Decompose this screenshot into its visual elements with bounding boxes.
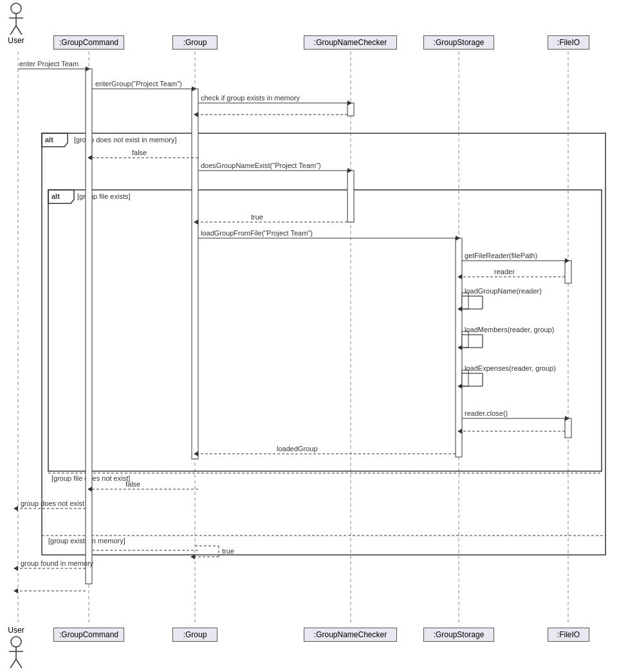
diagram-svg: alt [group does not exist in memory] [gr… xyxy=(0,0,628,672)
svg-text:enter Project Team: enter Project Team xyxy=(19,60,78,68)
svg-rect-24 xyxy=(192,89,198,459)
svg-marker-57 xyxy=(565,258,569,263)
svg-text:reader: reader xyxy=(494,268,515,275)
svg-marker-78 xyxy=(565,416,569,421)
svg-text:loadMembers(reader, group): loadMembers(reader, group) xyxy=(465,326,554,333)
svg-marker-51 xyxy=(194,219,198,225)
lifeline-box-fileio-bottom: :FileIO xyxy=(548,628,589,642)
svg-rect-25 xyxy=(347,103,354,116)
svg-text:[group exists in memory]: [group exists in memory] xyxy=(48,537,125,545)
svg-text:loadedGroup: loadedGroup xyxy=(277,445,318,453)
svg-line-3 xyxy=(10,26,16,35)
actor-user-bottom: User xyxy=(8,626,24,668)
svg-text:false: false xyxy=(132,149,147,156)
lifeline-box-groupcommand-top: :GroupCommand xyxy=(53,35,124,50)
actor-user-top: User xyxy=(8,3,24,45)
svg-text:[group does not exist in memor: [group does not exist in memory] xyxy=(74,136,177,144)
svg-marker-54 xyxy=(456,236,460,241)
stickman-bottom xyxy=(8,636,24,668)
svg-marker-60 xyxy=(457,274,462,279)
lifeline-box-groupnamechecker-bottom: :GroupNameChecker xyxy=(304,628,397,642)
svg-marker-34 xyxy=(86,66,90,71)
svg-marker-43 xyxy=(194,112,198,117)
svg-marker-37 xyxy=(192,86,196,91)
svg-line-107 xyxy=(16,659,22,668)
svg-rect-29 xyxy=(565,418,571,438)
actor-user-bottom-label: User xyxy=(8,626,24,635)
svg-marker-92 xyxy=(198,548,203,550)
svg-rect-17 xyxy=(48,190,602,471)
sequence-diagram: User :GroupCommand :Group :GroupNameChec… xyxy=(0,0,628,672)
svg-line-4 xyxy=(16,26,22,35)
lifeline-box-groupstorage-top: :GroupStorage xyxy=(423,35,494,50)
svg-marker-75 xyxy=(457,384,462,389)
svg-text:enterGroup("Project Team"): enterGroup("Project Team") xyxy=(95,80,182,88)
stickman-top xyxy=(8,3,24,35)
svg-rect-27 xyxy=(456,238,462,457)
actor-user-top-label: User xyxy=(8,36,24,45)
svg-marker-86 xyxy=(88,487,92,492)
lifeline-box-groupnamechecker-top: :GroupNameChecker xyxy=(304,35,397,50)
svg-text:true: true xyxy=(222,547,234,555)
lifeline-box-groupstorage-bottom: :GroupStorage xyxy=(423,628,494,642)
svg-text:loadGroupFromFile("Project Tea: loadGroupFromFile("Project Team") xyxy=(201,229,313,237)
svg-marker-99 xyxy=(14,566,18,571)
svg-text:[group file exists]: [group file exists] xyxy=(77,192,131,200)
svg-marker-12 xyxy=(42,133,68,147)
svg-text:check if group exists in memor: check if group exists in memory xyxy=(201,94,300,102)
svg-rect-23 xyxy=(86,69,92,584)
svg-marker-65 xyxy=(457,306,462,312)
svg-line-106 xyxy=(10,659,16,668)
svg-text:[group file does not exist]: [group file does not exist] xyxy=(51,474,130,482)
lifeline-box-group-top: :Group xyxy=(172,35,217,50)
svg-text:loadGroupName(reader): loadGroupName(reader) xyxy=(465,287,542,295)
lifeline-box-groupcommand-bottom: :GroupCommand xyxy=(53,628,124,642)
svg-point-0 xyxy=(11,3,21,14)
svg-text:group found in memory: group found in memory xyxy=(21,559,94,567)
svg-rect-28 xyxy=(565,261,571,283)
svg-text:alt: alt xyxy=(51,192,60,200)
svg-text:loadExpenses(reader, group): loadExpenses(reader, group) xyxy=(465,364,556,372)
svg-marker-102 xyxy=(14,588,18,593)
lifeline-box-fileio-top: :FileIO xyxy=(548,35,589,50)
lifeline-box-group-bottom: :Group xyxy=(172,628,217,642)
svg-marker-89 xyxy=(14,506,18,511)
svg-marker-70 xyxy=(457,345,462,350)
svg-rect-30 xyxy=(462,293,468,309)
svg-rect-31 xyxy=(462,331,468,348)
svg-marker-48 xyxy=(347,168,352,173)
svg-marker-83 xyxy=(194,451,198,456)
svg-point-103 xyxy=(11,637,21,647)
svg-rect-32 xyxy=(462,370,468,386)
svg-marker-81 xyxy=(457,429,462,434)
svg-text:reader.close(): reader.close() xyxy=(465,409,508,417)
svg-marker-40 xyxy=(347,100,352,106)
svg-marker-96 xyxy=(190,554,195,559)
svg-text:doesGroupNameExist("Project Te: doesGroupNameExist("Project Team") xyxy=(201,162,321,169)
svg-marker-18 xyxy=(48,190,74,203)
svg-text:false: false xyxy=(125,480,140,488)
svg-rect-26 xyxy=(347,171,354,222)
svg-marker-45 xyxy=(88,155,92,160)
svg-text:alt: alt xyxy=(45,136,53,144)
svg-rect-11 xyxy=(42,133,605,555)
svg-text:getFileReader(filePath): getFileReader(filePath) xyxy=(465,252,537,259)
svg-text:true: true xyxy=(251,213,263,221)
svg-text:group does not exist: group does not exist xyxy=(21,499,84,507)
